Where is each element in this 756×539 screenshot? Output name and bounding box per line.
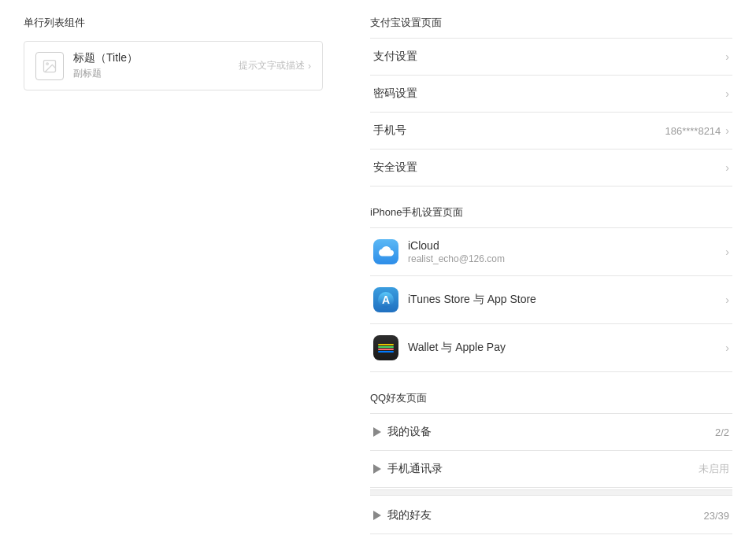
alipay-payment-label: 支付设置 (373, 50, 725, 64)
itunes-item[interactable]: A iTunes Store 与 App Store › (370, 276, 732, 324)
wallet-item[interactable]: Wallet 与 Apple Pay › (370, 324, 732, 372)
qq-section: QQ好友页面 我的设备 2/2 手机通讯录 (370, 391, 732, 539)
alipay-section: 支付宝设置页面 支付设置 › 密码设置 › (370, 16, 732, 186)
qq-my-friends-value: 23/39 (703, 510, 729, 522)
svg-rect-7 (378, 351, 394, 353)
qq-contacts-value: 未启用 (699, 462, 729, 476)
play-icon (373, 464, 381, 474)
qq-my-friends-item[interactable]: 我的好友 23/39 (370, 497, 732, 534)
play-icon (373, 511, 381, 520)
qq-separator (370, 489, 732, 496)
wallet-icon (373, 335, 398, 360)
itunes-label: iTunes Store 与 App Store (408, 293, 725, 307)
qq-my-devices-item[interactable]: 我的设备 2/2 (370, 414, 732, 451)
qq-product-manager-item[interactable]: 产品经理人 102/534 (370, 534, 732, 539)
list-item-subtitle: 副标题 (73, 67, 229, 80)
svg-rect-6 (378, 349, 394, 350)
iphone-section: iPhone手机设置页面 iCloud realist_echo@126.com… (370, 205, 732, 372)
qq-contacts-item[interactable]: 手机通讯录 未启用 (370, 451, 732, 488)
wallet-label: Wallet 与 Apple Pay (408, 341, 725, 355)
alipay-settings-list: 支付设置 › 密码设置 › 手机号 (370, 38, 732, 186)
alipay-security-item[interactable]: 安全设置 › (370, 150, 732, 186)
iphone-section-title: iPhone手机设置页面 (370, 205, 732, 220)
qq-section-title: QQ好友页面 (370, 391, 732, 405)
alipay-phone-item[interactable]: 手机号 186****8214 › (370, 113, 732, 150)
chevron-icon: › (725, 87, 729, 100)
icloud-label: iCloud (408, 239, 725, 252)
image-placeholder-icon (35, 52, 64, 80)
svg-point-1 (46, 62, 49, 65)
chevron-icon: › (725, 124, 729, 137)
qq-settings-list: 我的设备 2/2 手机通讯录 未启用 (370, 413, 732, 539)
icloud-email: realist_echo@126.com (408, 253, 725, 264)
chevron-icon: › (725, 293, 729, 306)
list-text-content: 标题（Title） 副标题 (73, 51, 229, 80)
chevron-icon: › (725, 161, 729, 174)
itunes-icon: A (373, 287, 398, 312)
play-icon (373, 427, 381, 437)
alipay-phone-label: 手机号 (373, 124, 665, 138)
svg-rect-5 (378, 346, 394, 348)
alipay-payment-settings-item[interactable]: 支付设置 › (370, 39, 732, 76)
alipay-password-label: 密码设置 (373, 87, 725, 101)
left-section-title: 单行列表组件 (24, 16, 323, 30)
alipay-security-label: 安全设置 (373, 161, 725, 175)
list-component-preview: 标题（Title） 副标题 提示文字或描述 › (24, 41, 323, 90)
icloud-item[interactable]: iCloud realist_echo@126.com › (370, 228, 732, 276)
svg-rect-4 (378, 344, 394, 345)
qq-my-devices-value: 2/2 (715, 426, 729, 438)
list-item-hint: 提示文字或描述 › (239, 59, 311, 72)
chevron-icon: › (725, 341, 729, 354)
iphone-settings-list: iCloud realist_echo@126.com › (370, 227, 732, 372)
svg-text:A: A (382, 293, 390, 306)
left-panel: 单行列表组件 标题（Title） 副标题 提示文字或描述 › (0, 16, 346, 539)
alipay-password-settings-item[interactable]: 密码设置 › (370, 76, 732, 113)
hint-chevron: › (308, 61, 311, 72)
qq-contacts-label: 手机通讯录 (387, 462, 699, 476)
phone-value: 186****8214 (665, 125, 721, 137)
qq-my-devices-label: 我的设备 (387, 425, 715, 439)
icloud-icon (373, 239, 398, 264)
list-item-title: 标题（Title） (73, 51, 229, 65)
right-panel: 支付宝设置页面 支付设置 › 密码设置 › (346, 16, 756, 539)
alipay-section-title: 支付宝设置页面 (370, 16, 732, 30)
chevron-icon: › (725, 246, 729, 258)
qq-my-friends-label: 我的好友 (387, 508, 703, 522)
chevron-icon: › (725, 50, 729, 63)
